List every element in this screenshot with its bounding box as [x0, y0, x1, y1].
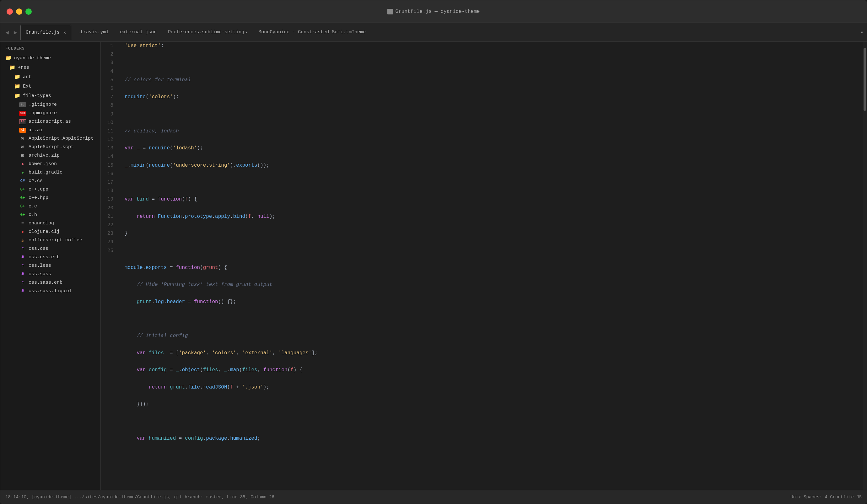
sidebar-item-label: css.less	[29, 263, 51, 268]
tabs-bar: ◀ ▶ Gruntfile.js ✕ .travis.yml external.…	[0, 23, 867, 42]
titlebar: Gruntfile.js — cyanide-theme	[0, 0, 867, 23]
tab-external[interactable]: external.json	[115, 25, 162, 40]
sidebar-item-archive[interactable]: ⊞ archive.zip	[0, 151, 100, 160]
sidebar-item-applescript-scpt[interactable]: ⌘ AppleScript.scpt	[0, 143, 100, 151]
sidebar-item-label: file-types	[23, 93, 51, 98]
sidebar-item-hpp[interactable]: G+ c++.hpp	[0, 194, 100, 202]
file-badge-sass-erb: #	[19, 280, 26, 285]
sidebar-item-npmignore[interactable]: npm .npmignore	[0, 109, 100, 117]
sidebar-item-cpp[interactable]: G+ c++.cpp	[0, 185, 100, 194]
line-num-6: 6	[101, 84, 116, 93]
code-line-12: }	[125, 229, 863, 238]
code-line-3: // colors for terminal	[125, 76, 863, 84]
code-line-13	[125, 247, 863, 255]
sidebar-item-label: css.sass.liquid	[29, 288, 71, 294]
file-badge-changelog: ≡	[19, 221, 26, 226]
line-num-20: 20	[101, 204, 116, 213]
sidebar-item-sass-erb[interactable]: # css.sass.erb	[0, 278, 100, 287]
sidebar-item-css-erb[interactable]: # css.css.erb	[0, 253, 100, 261]
close-button[interactable]	[7, 9, 13, 15]
sidebar-item-actionscript[interactable]: AS actionscript.as	[0, 117, 100, 126]
sidebar-item-label: c++.hpp	[29, 195, 49, 201]
line-num-7: 7	[101, 93, 116, 101]
sidebar-item-sass-liquid[interactable]: # css.sass.liquid	[0, 287, 100, 295]
sidebar-item-ch[interactable]: G+ c.h	[0, 211, 100, 219]
line-num-18: 18	[101, 187, 116, 195]
sidebar-item-changelog[interactable]: ≡ changelog	[0, 219, 100, 227]
sidebar-item-cyanide-theme[interactable]: 📁 cyanide-theme	[0, 53, 100, 63]
file-badge-clj: ●	[19, 229, 26, 234]
file-badge-css: #	[19, 246, 26, 251]
sidebar-item-sass[interactable]: # css.sass	[0, 270, 100, 278]
sidebar-item-label: css.sass	[29, 271, 51, 277]
line-num-9: 9	[101, 110, 116, 119]
scrollbar-thumb[interactable]	[864, 48, 866, 111]
folder-icon: 📁	[14, 74, 20, 80]
sidebar-item-applescript-as[interactable]: ⌘ AppleScript.AppleScript	[0, 134, 100, 143]
tab-nav-back[interactable]: ◀	[3, 28, 11, 37]
minimize-button[interactable]	[16, 9, 22, 15]
tab-label: external.json	[120, 30, 157, 35]
file-badge-gitignore: $.	[19, 102, 26, 107]
code-editor[interactable]: 'use strict'; // colors for terminal req…	[120, 42, 863, 490]
line-num-2: 2	[101, 50, 116, 59]
line-num-5: 5	[101, 76, 116, 84]
sidebar-item-gradle[interactable]: ● build.gradle	[0, 168, 100, 177]
sidebar-item-art[interactable]: 📁 art	[0, 72, 100, 82]
code-line-9	[125, 178, 863, 187]
tab-travis[interactable]: .travis.yml	[73, 25, 114, 40]
tab-label: Gruntfile.js	[26, 30, 60, 35]
tab-nav-forward[interactable]: ▶	[12, 28, 19, 37]
sidebar-item-label: Ext	[23, 84, 31, 89]
main-area: FOLDERS 📁 cyanide-theme 📁 +res 📁 art 📁 E…	[0, 42, 867, 490]
tab-monocyanide[interactable]: MonoCyanide - Constrasted Semi.tmTheme	[253, 25, 371, 40]
sidebar-item-ai[interactable]: Ai ai.ai	[0, 126, 100, 134]
code-container[interactable]: 1 2 3 4 5 6 7 8 9 10 11 12 13 14 15 16 1	[101, 42, 867, 490]
sidebar-item-clojure[interactable]: ● clojure.clj	[0, 227, 100, 236]
sidebar-item-file-types[interactable]: 📁 file-types	[0, 91, 100, 100]
line-num-11: 11	[101, 127, 116, 136]
file-badge-sass: #	[19, 272, 26, 277]
line-numbers: 1 2 3 4 5 6 7 8 9 10 11 12 13 14 15 16 1	[101, 42, 120, 490]
file-badge-ai: Ai	[19, 128, 26, 133]
tab-gruntfile[interactable]: Gruntfile.js ✕	[20, 25, 71, 40]
file-badge-npm: npm	[19, 111, 26, 116]
code-line-20: var config = _.object(files, _.map(files…	[125, 366, 863, 374]
sidebar-item-label: AppleScript.AppleScript	[29, 136, 94, 141]
tab-label: MonoCyanide - Constrasted Semi.tmTheme	[258, 30, 366, 35]
sidebar-item-gitignore[interactable]: $. .gitignore	[0, 100, 100, 109]
file-badge-less: #	[19, 263, 26, 268]
code-line-22: }));	[125, 400, 863, 409]
line-num-22: 22	[101, 221, 116, 229]
sidebar-item-label: .gitignore	[29, 102, 57, 107]
tab-close-gruntfile[interactable]: ✕	[63, 30, 66, 35]
sidebar-item-label: cyanide-theme	[14, 55, 51, 61]
sidebar-item-label: css.css	[29, 246, 49, 251]
tab-label: .travis.yml	[77, 30, 109, 35]
sidebar-item-bower[interactable]: ● bower.json	[0, 160, 100, 168]
maximize-button[interactable]	[25, 9, 32, 15]
sidebar-item-css[interactable]: # css.css	[0, 245, 100, 253]
line-num-12: 12	[101, 136, 116, 144]
line-num-8: 8	[101, 101, 116, 110]
line-num-16: 16	[101, 170, 116, 178]
scrollbar[interactable]	[863, 42, 867, 490]
sidebar-item-res[interactable]: 📁 +res	[0, 63, 100, 72]
sidebar-item-cs[interactable]: C# c#.cs	[0, 177, 100, 185]
window-controls	[7, 9, 32, 15]
folder-icon: 📁	[14, 93, 20, 99]
sidebar-item-ext[interactable]: 📁 Ext	[0, 82, 100, 91]
sidebar-item-coffee[interactable]: ☕ coffeescript.coffee	[0, 236, 100, 245]
tabs-dropdown[interactable]: ▾	[860, 29, 864, 36]
sidebar-item-cc[interactable]: G+ c.c	[0, 202, 100, 211]
tab-preferences[interactable]: Preferences.sublime-settings	[163, 25, 252, 40]
window-title: Gruntfile.js — cyanide-theme	[387, 9, 480, 14]
file-badge-applescript-scpt: ⌘	[19, 145, 26, 150]
line-num-23: 23	[101, 229, 116, 238]
line-num-4: 4	[101, 67, 116, 76]
sidebar-item-label: .npmignore	[29, 110, 57, 116]
sidebar-item-less[interactable]: # css.less	[0, 261, 100, 270]
main-window: Gruntfile.js — cyanide-theme ◀ ▶ Gruntfi…	[0, 0, 867, 504]
code-line-11: return Function.prototype.apply.bind(f, …	[125, 213, 863, 221]
line-num-10: 10	[101, 119, 116, 127]
